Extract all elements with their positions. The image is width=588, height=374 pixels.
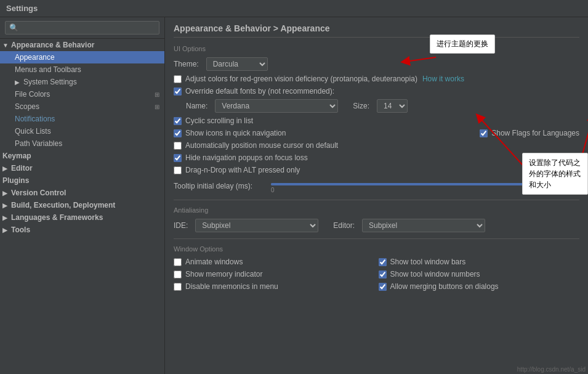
callout-theme-text: 进行主题的更换 bbox=[437, 39, 488, 48]
callout-theme: 进行主题的更换 bbox=[430, 35, 495, 54]
font-name-size-row: Name: Verdana Arial Helvetica Tahoma Cou… bbox=[174, 99, 579, 113]
sidebar-item-tools[interactable]: Tools bbox=[0, 224, 164, 236]
sidebar-item-editor[interactable]: Editor bbox=[0, 162, 164, 174]
sidebar-item-label: File Colors bbox=[15, 90, 50, 99]
hide-nav-row: Hide navigation popups on focus loss bbox=[174, 153, 579, 162]
theme-row: Theme: Darcula IntelliJ High Contrast bbox=[174, 57, 579, 71]
name-label: Name: bbox=[186, 102, 207, 110]
sidebar-item-label: Scopes bbox=[15, 102, 39, 111]
auto-position-checkbox[interactable] bbox=[174, 142, 182, 150]
sidebar-item-scopes[interactable]: Scopes ⊞ bbox=[0, 100, 164, 113]
drag-drop-checkbox[interactable] bbox=[174, 166, 182, 174]
hide-nav-checkbox[interactable] bbox=[174, 154, 182, 162]
font-name-select[interactable]: Verdana Arial Helvetica Tahoma Courier N… bbox=[215, 99, 338, 113]
expand-arrow bbox=[2, 165, 9, 172]
show-flags-checkbox[interactable] bbox=[480, 129, 488, 137]
show-tool-window-bars-checkbox[interactable] bbox=[379, 258, 387, 266]
override-fonts-label: Override default fonts by (not recommend… bbox=[185, 87, 334, 96]
show-tool-window-numbers-text: Show tool window numbers bbox=[390, 270, 480, 278]
sidebar-item-plugins[interactable]: Plugins bbox=[0, 174, 164, 187]
disable-mnemonics-checkbox[interactable] bbox=[174, 283, 182, 291]
override-fonts-row: Override default fonts by (not recommend… bbox=[174, 87, 579, 96]
callout-font: 设置除了代码之外的字体的样式和大小 bbox=[522, 153, 588, 195]
adjust-colors-label: Adjust colors for red-green vision defic… bbox=[185, 75, 417, 83]
sidebar-item-quick-lists[interactable]: Quick Lists bbox=[0, 125, 164, 137]
antialiasing-label: Antialiasing bbox=[174, 206, 579, 214]
allow-merging-label[interactable]: Allow merging buttons on dialogs bbox=[379, 282, 580, 291]
adjust-colors-checkbox-label[interactable]: Adjust colors for red-green vision defic… bbox=[174, 75, 417, 83]
show-icons-label[interactable]: Show icons in quick navigation bbox=[174, 129, 475, 137]
editor-aa-label: Editor: bbox=[333, 221, 355, 230]
show-tool-window-numbers-label[interactable]: Show tool window numbers bbox=[379, 270, 580, 278]
sidebar-item-label: System Settings bbox=[23, 78, 77, 86]
sidebar-item-label: Plugins bbox=[2, 176, 29, 185]
content-header: Appearance & Behavior > Appearance bbox=[174, 23, 579, 38]
ide-label: IDE: bbox=[174, 221, 188, 230]
sidebar-item-menus-toolbars[interactable]: Menus and Toolbars bbox=[0, 63, 164, 76]
auto-position-text: Automatically position mouse cursor on d… bbox=[185, 141, 338, 150]
sidebar-item-build-execution[interactable]: Build, Execution, Deployment bbox=[0, 199, 164, 211]
tooltip-label: Tooltip initial delay (ms): bbox=[174, 182, 266, 190]
show-memory-text: Show memory indicator bbox=[185, 270, 262, 278]
sidebar-item-label: Appearance & Behavior bbox=[11, 41, 94, 49]
title-text: Settings bbox=[6, 4, 38, 13]
sidebar-item-label: Menus and Toolbars bbox=[15, 65, 81, 74]
animate-windows-label[interactable]: Animate windows bbox=[174, 258, 375, 266]
adjust-colors-checkbox[interactable] bbox=[174, 75, 182, 83]
override-fonts-checkbox-label[interactable]: Override default fonts by (not recommend… bbox=[174, 87, 334, 96]
cyclic-scrolling-row: Cyclic scrolling in list bbox=[174, 116, 579, 125]
cyclic-scrolling-checkbox[interactable] bbox=[174, 117, 182, 125]
file-colors-icon: ⊞ bbox=[155, 91, 159, 98]
show-memory-label[interactable]: Show memory indicator bbox=[174, 270, 375, 278]
sidebar-item-system-settings[interactable]: System Settings bbox=[0, 76, 164, 88]
show-flags-label[interactable]: Show Flags for Languages bbox=[480, 129, 579, 137]
show-icons-checkbox[interactable] bbox=[174, 129, 182, 137]
sidebar-item-path-variables[interactable]: Path Variables bbox=[0, 137, 164, 150]
sidebar-item-label: Editor bbox=[11, 164, 33, 173]
antialiasing-row: IDE: Subpixel Greyscale None Editor: Sub… bbox=[174, 219, 579, 232]
sidebar-item-appearance-behavior[interactable]: Appearance & Behavior bbox=[0, 39, 164, 51]
search-input[interactable] bbox=[5, 21, 159, 35]
disable-mnemonics-text: Disable mnemonics in menu bbox=[185, 282, 278, 291]
sidebar-item-notifications[interactable]: Notifications bbox=[0, 113, 164, 125]
drag-drop-label[interactable]: Drag-n-Drop with ALT pressed only bbox=[174, 166, 300, 174]
hide-nav-text: Hide navigation popups on focus loss bbox=[185, 153, 308, 162]
expand-arrow bbox=[2, 190, 9, 197]
show-tool-window-bars-label[interactable]: Show tool window bars bbox=[379, 258, 580, 266]
size-label: Size: bbox=[353, 102, 369, 110]
editor-antialiasing-select[interactable]: Subpixel Greyscale None bbox=[362, 219, 485, 232]
tooltip-delay-row: Tooltip initial delay (ms): 0 1200 bbox=[174, 178, 579, 193]
hide-nav-label[interactable]: Hide navigation popups on focus loss bbox=[174, 153, 308, 162]
show-memory-checkbox[interactable] bbox=[174, 270, 182, 278]
sidebar-item-file-colors[interactable]: File Colors ⊞ bbox=[0, 88, 164, 100]
cyclic-scrolling-label[interactable]: Cyclic scrolling in list bbox=[174, 116, 253, 125]
sidebar-item-label: Path Variables bbox=[15, 139, 62, 148]
sidebar-item-languages-frameworks[interactable]: Languages & Frameworks bbox=[0, 211, 164, 224]
drag-drop-text: Drag-n-Drop with ALT pressed only bbox=[185, 166, 300, 174]
allow-merging-checkbox[interactable] bbox=[379, 283, 387, 291]
expand-arrow bbox=[2, 227, 9, 234]
font-size-select[interactable]: 10 11 12 13 14 16 18 bbox=[377, 99, 408, 113]
animate-windows-checkbox[interactable] bbox=[174, 258, 182, 266]
show-tool-window-numbers-checkbox[interactable] bbox=[379, 270, 387, 278]
override-fonts-checkbox[interactable] bbox=[174, 87, 182, 96]
auto-position-label[interactable]: Automatically position mouse cursor on d… bbox=[174, 141, 338, 150]
sidebar-item-version-control[interactable]: Version Control bbox=[0, 187, 164, 199]
show-icons-text: Show icons in quick navigation bbox=[185, 129, 286, 137]
search-container bbox=[0, 17, 164, 39]
sidebar-item-label: Appearance bbox=[15, 53, 55, 62]
theme-label: Theme: bbox=[174, 60, 199, 68]
sidebar-item-appearance[interactable]: Appearance bbox=[0, 51, 164, 63]
title-bar: Settings bbox=[0, 0, 588, 17]
sidebar: Appearance & Behavior Appearance Menus a… bbox=[0, 17, 165, 374]
sidebar-item-keymap[interactable]: Keymap bbox=[0, 150, 164, 162]
expand-arrow bbox=[2, 42, 9, 49]
theme-select[interactable]: Darcula IntelliJ High Contrast bbox=[206, 57, 268, 71]
sidebar-item-label: Tools bbox=[11, 226, 30, 234]
slider-fill bbox=[271, 183, 555, 185]
how-it-works-link[interactable]: How it works bbox=[422, 75, 464, 83]
ide-antialiasing-select[interactable]: Subpixel Greyscale None bbox=[195, 219, 318, 232]
callout-font-text: 设置除了代码之外的字体的样式和大小 bbox=[529, 158, 581, 189]
disable-mnemonics-label[interactable]: Disable mnemonics in menu bbox=[174, 282, 375, 291]
watermark: http://blog.csdn.net/a_sid bbox=[517, 366, 586, 373]
